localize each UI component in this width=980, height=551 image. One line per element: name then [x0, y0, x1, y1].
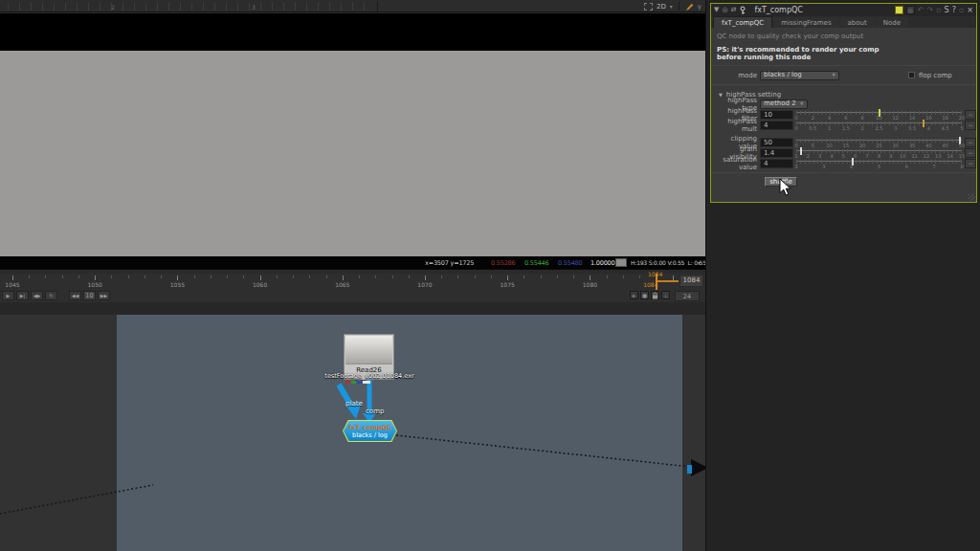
ruler-number: 3	[252, 4, 256, 11]
ruler-tick	[62, 276, 63, 278]
roi-icon[interactable]	[644, 3, 653, 11]
slider-tick-label: 5	[960, 125, 963, 131]
ruler-tick	[309, 276, 310, 278]
ps-note-line1: PS: it's recommended to render your comp	[717, 46, 976, 54]
saturation-value-row: saturation value42345678~	[711, 158, 976, 168]
ruler-frame-label: 1045	[5, 281, 19, 288]
frame-skip-back-button[interactable]: ◀◀	[69, 291, 81, 300]
highpass-mult-field[interactable]: 4	[760, 121, 793, 130]
highpass-filter-field[interactable]: 10	[760, 110, 793, 120]
curve-editor-icon[interactable]: ~	[965, 138, 976, 147]
view-mode-select[interactable]: 2D	[657, 3, 666, 11]
alpha-value: 1.00000	[590, 259, 614, 267]
snapshot-button[interactable]: ◎	[906, 6, 915, 14]
curve-editor-icon[interactable]: ~	[965, 148, 976, 158]
curve-editor-icon[interactable]: ~	[965, 121, 976, 130]
chevron-down-icon[interactable]: ▾	[670, 3, 673, 10]
grain-visibility-slider[interactable]: 123456789101112131415	[796, 147, 962, 158]
highpass-mult-slider[interactable]: 00.511.522.533.544.55	[796, 120, 962, 130]
frame-skip-value-field[interactable]: 10	[83, 291, 96, 300]
center-node-icon[interactable]: ◎	[722, 4, 727, 16]
key-icon[interactable]	[739, 1, 746, 19]
highpass-mult-label: highPass mult	[711, 118, 757, 133]
red-channel-chip	[345, 381, 350, 384]
slider-tick-label: 5	[878, 164, 880, 169]
mode-dropdown[interactable]: blacks / log ▼	[760, 71, 839, 80]
flop-comp-checkbox[interactable]	[908, 72, 915, 78]
chevron-down-icon[interactable]: ▾	[698, 259, 701, 266]
slider-tick-label: 7	[933, 164, 936, 169]
ruler-tick	[457, 276, 458, 278]
node-graph[interactable]: Read26 testFootage_v002.01084.exr plate …	[0, 302, 705, 551]
panel-title: fxT_compQC	[754, 6, 891, 14]
play-in-range-icon[interactable]: ▸	[630, 291, 638, 299]
slider-tick-label: 4	[850, 164, 853, 169]
float-panel-icon[interactable]: ⇄	[731, 4, 737, 16]
color-swatch	[615, 258, 627, 267]
grain-visibility-field[interactable]: 1.4	[760, 148, 793, 158]
red-value: 0.55286	[491, 259, 515, 267]
slider-tick-label: 3.5	[908, 125, 916, 131]
frame-skip-forward-button[interactable]: ▶▶	[98, 291, 110, 300]
undo-icon[interactable]: ↶	[918, 4, 924, 16]
tab-missingframes[interactable]: missingFrames	[773, 17, 838, 28]
curve-editor-icon[interactable]: ~	[965, 110, 976, 120]
green-value: 0.55446	[524, 259, 548, 267]
ruler-tick	[260, 276, 261, 280]
pin-panel-button[interactable]	[895, 6, 903, 14]
qc-node-name: fxT_compQC	[344, 424, 396, 431]
qc-node-mode: blacks / log	[344, 431, 396, 439]
revert-icon[interactable]: ▫	[936, 4, 941, 16]
timeline-ruler[interactable]: 1084 10451050105510601065107010751080108…	[0, 274, 705, 290]
ruler-tick	[211, 276, 212, 278]
bounce-button[interactable]: ◀▶	[31, 291, 43, 300]
script-button[interactable]: S	[945, 4, 949, 16]
highpass-type-dropdown[interactable]: method 2 ▼	[760, 99, 808, 109]
transport-bar: ▶▶|◀▶↻◀◀10▶▶ ▸ ● ⊥ 24	[0, 290, 705, 302]
qc-node[interactable]: fxT_compQC blacks / log	[343, 420, 397, 442]
full-frame-icon[interactable]: ●	[640, 291, 649, 299]
help-button[interactable]: ?	[952, 4, 956, 16]
highpass-filter-slider[interactable]: 02468101214161820	[796, 109, 962, 120]
frame-marker-icon[interactable]: ⊥	[661, 291, 670, 299]
ruler-tick	[29, 276, 30, 278]
tab-node[interactable]: Node	[876, 17, 908, 28]
chevron-down-icon: ▼	[800, 99, 804, 108]
viewer-image[interactable]	[0, 51, 705, 256]
clipping-value-field[interactable]: 50	[760, 138, 793, 147]
ruler-tick	[243, 276, 244, 278]
ruler-tick	[507, 276, 508, 280]
current-frame-field[interactable]: 1084	[679, 275, 703, 287]
slider-tick-label: 3	[894, 125, 897, 131]
redo-icon[interactable]: ↷	[926, 4, 933, 16]
curve-editor-icon[interactable]: ~	[965, 159, 976, 168]
play-to-next-button[interactable]: ▶|	[16, 291, 29, 300]
slider-tick-label: 2	[861, 125, 864, 131]
slider-tick-label: 4	[927, 125, 930, 131]
panel-tabs: fxT_compQCmissingFramesaboutNode	[711, 16, 976, 28]
saturation-value-field[interactable]: 4	[760, 159, 793, 168]
resize-grip[interactable]	[969, 194, 975, 201]
clipping-value-slider[interactable]: 05101520253035404550	[796, 137, 962, 147]
panel-menu-icon[interactable]: ▼	[714, 4, 719, 16]
fps-field[interactable]: 24	[675, 291, 700, 301]
viewer-pane: 2 3 2D ▾ γ x=3507 y=1725 0.55286 0.55446…	[0, 0, 705, 551]
slider-tick-label: 2.5	[876, 125, 883, 131]
loop-button[interactable]: ↻	[45, 291, 57, 300]
lock-range-icon[interactable]	[651, 291, 659, 299]
playhead-frame-label: 1084	[643, 281, 657, 288]
ruler-tick	[145, 276, 145, 278]
ruler-frame-label: 1055	[170, 281, 185, 288]
ruler-tick	[491, 276, 492, 278]
ruler-tick	[541, 276, 542, 278]
properties-panel: ▼ ◎ ⇄ fxT_compQC ◎ ↶ ↷ ▫ S ? ▫ × fxT_com…	[710, 3, 977, 203]
play-button[interactable]: ▶	[2, 291, 14, 300]
close-button[interactable]: ×	[967, 4, 973, 16]
gamma-icon[interactable]: γ	[698, 3, 702, 11]
ruler-tick	[409, 276, 410, 278]
read-node-filename: testFootage_v002.01084.exr	[312, 372, 427, 380]
saturation-value-slider[interactable]: 2345678	[796, 158, 962, 168]
layout-icon[interactable]: ▫	[959, 4, 964, 16]
tab-about[interactable]: about	[840, 17, 875, 28]
wipe-ruler[interactable]	[8, 3, 375, 11]
